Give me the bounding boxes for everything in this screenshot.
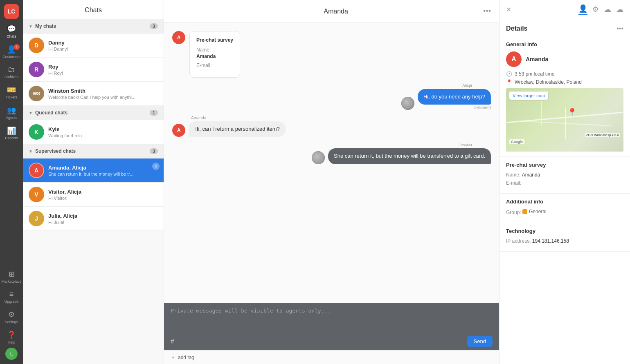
panel-tabs: 👤 ⚙ ☁ ☁: [578, 4, 623, 15]
location-text: Wroclaw, Dolnoslaskie, Poland: [515, 79, 582, 85]
add-tag-row[interactable]: ＋ add tag: [164, 350, 499, 364]
send-button[interactable]: Send: [467, 336, 493, 347]
nav-item-chats[interactable]: 💬 Chats: [0, 21, 23, 42]
nav-item-agents[interactable]: 👥 Agents: [0, 103, 23, 123]
input-row: # Send: [171, 336, 493, 347]
agent-avatar-alicja: [401, 97, 414, 110]
user-avatar[interactable]: L: [5, 348, 18, 360]
supervised-chats-section-header[interactable]: ▼ Supervised chats 3: [23, 144, 164, 159]
chat-item-danny[interactable]: D Danny Hi Danny!: [23, 33, 164, 58]
details-more-button[interactable]: •••: [616, 25, 623, 32]
chat-info-amanda: Amanda, Alicja She can return it, but th…: [48, 165, 158, 176]
survey-email-label: E-mail:: [506, 180, 521, 186]
chat-input-container: # Send ＋ add tag: [164, 303, 499, 364]
my-chats-chevron: ▼: [29, 24, 33, 29]
ip-row: IP address: 194.181.146.158: [506, 238, 623, 244]
close-chat-button[interactable]: ✕: [152, 163, 160, 170]
right-panel-header: ✕ 👤 ⚙ ☁ ☁: [500, 0, 630, 19]
clock-icon: 🕐: [506, 71, 512, 77]
general-info-row: A Amanda: [506, 51, 623, 67]
panel-tab-salesforce[interactable]: ☁: [616, 5, 623, 14]
prechat-survey-section-title: Pre-chat survey: [506, 162, 623, 168]
group-value: General: [529, 209, 547, 214]
view-larger-map-button[interactable]: View larger map: [509, 92, 548, 100]
sender-label-alicja: Alicja: [172, 83, 472, 88]
supervised-chats-chevron: ▼: [29, 149, 33, 154]
delivered-label: Delivered: [418, 105, 491, 110]
chat-name-roy: Roy: [48, 64, 158, 70]
chat-item-kyle[interactable]: K Kyle Waiting for 4 min: [23, 120, 164, 144]
chat-list-header: Chats: [23, 0, 164, 19]
prechat-name-label: Name:: [196, 47, 233, 53]
my-chats-section-header[interactable]: ▼ My chats 3: [23, 19, 164, 33]
prechat-survey-message: A Pre-chat survey Name: Amanda E-mail:: [172, 31, 491, 78]
chat-item-roy[interactable]: R Roy Hi Roy!: [23, 58, 164, 82]
prechat-title: Pre-chat survey: [196, 37, 233, 43]
survey-name-label: Name:: [506, 172, 520, 178]
chat-name-danny: Danny: [48, 40, 158, 46]
panel-close-button[interactable]: ✕: [506, 6, 511, 13]
map-background: ZOO Wroclaw sp.z o.o 📍 Google View large…: [506, 88, 623, 152]
avatar-kyle: K: [29, 124, 44, 140]
add-tag-label: add tag: [178, 355, 194, 360]
customers-badge: 1: [14, 44, 20, 50]
archives-icon: 🗂: [8, 65, 15, 74]
nav-item-tickets[interactable]: 🎫 Tickets: [0, 82, 23, 103]
avatar-visitor-alicja: V: [29, 187, 44, 202]
nav-item-upgrade[interactable]: ≡ Upgrade: [0, 287, 23, 307]
prechat-name-field: Name: Amanda: [196, 47, 233, 59]
message-amanda: Amanda A Hi, can I return a personalized…: [172, 116, 491, 137]
supervised-chats-label: Supervised chats: [35, 148, 76, 154]
chat-info-roy: Roy Hi Roy!: [48, 64, 158, 76]
prechat-name-value: Amanda: [196, 54, 233, 59]
chat-name-winston: Winston Smith: [48, 88, 158, 94]
sender-label-jessica: Jessica: [172, 143, 472, 147]
chat-item-visitor-alicja[interactable]: V Visitor, Alicja Hi Visitor!: [23, 183, 164, 207]
nav-item-marketplace[interactable]: ⊞ Marketplace: [0, 266, 23, 287]
nav-item-settings[interactable]: ⚙ Settings: [0, 307, 23, 327]
prechat-survey-bubble: Pre-chat survey Name: Amanda E-mail:: [189, 31, 240, 78]
chat-preview-visitor-alicja: Hi Visitor!: [48, 196, 158, 201]
chat-info-danny: Danny Hi Danny!: [48, 40, 158, 51]
chat-more-button[interactable]: •••: [483, 7, 491, 16]
queued-chats-section-header[interactable]: ▼ Queued chats 1: [23, 106, 164, 120]
survey-name-value: Amanda: [522, 172, 540, 178]
panel-tab-widget[interactable]: ⚙: [592, 5, 599, 14]
bubble-amanda: Hi, can I return a personalized item?: [189, 121, 286, 137]
panel-customer-avatar: A: [506, 51, 522, 67]
messages-area: A Pre-chat survey Name: Amanda E-mail: A…: [164, 23, 499, 303]
main-chat-window: Amanda ••• A Pre-chat survey Name: Amand…: [164, 0, 499, 364]
chat-header-title: Amanda: [324, 8, 348, 15]
nav-item-customers[interactable]: 👤 Customers 1: [0, 42, 23, 62]
chat-item-julia-alicja[interactable]: J Julia, Alicja Hi Julia!: [23, 207, 164, 231]
marketplace-icon: ⊞: [9, 270, 15, 279]
chat-item-winston[interactable]: WS Winston Smith Welcome back! Can I hel…: [23, 82, 164, 106]
group-label: Group:: [506, 210, 521, 215]
panel-tab-cloud[interactable]: ☁: [604, 5, 611, 14]
chat-item-amanda-alicja[interactable]: A Amanda, Alicja She can return it, but …: [23, 159, 164, 183]
upgrade-icon: ≡: [9, 290, 14, 299]
message-input[interactable]: [171, 308, 493, 332]
chat-preview-julia-alicja: Hi Julia!: [48, 220, 158, 225]
queued-chats-chevron: ▼: [29, 111, 33, 115]
group-dot: [522, 209, 527, 214]
chat-info-kyle: Kyle Waiting for 4 min: [48, 126, 158, 138]
avatar-roy: R: [29, 62, 44, 77]
location-icon: 📍: [506, 79, 512, 85]
panel-customer-name: Amanda: [526, 56, 548, 63]
reports-icon: 📊: [7, 126, 16, 135]
nav-item-archives[interactable]: 🗂 Archives: [0, 62, 23, 82]
supervised-chats-count: 3: [150, 148, 158, 154]
technology-title: Technology: [506, 228, 623, 234]
nav-item-help[interactable]: ❓ Help: [0, 327, 23, 348]
panel-tab-person[interactable]: 👤: [578, 4, 587, 15]
chat-name-amanda-alicja: Amanda, Alicja: [48, 165, 158, 171]
chat-preview-kyle: Waiting for 4 min: [48, 133, 158, 138]
agent-avatar-jessica: [312, 151, 325, 164]
chat-preview-winston: Welcome back! Can I help you with anythi…: [48, 95, 158, 100]
sender-label-amanda: Amanda: [191, 116, 491, 120]
map-container: ZOO Wroclaw sp.z o.o 📍 Google View large…: [506, 88, 623, 152]
nav-item-reports[interactable]: 📊 Reports: [0, 123, 23, 143]
hash-button[interactable]: #: [171, 338, 174, 345]
queued-chats-label: Queued chats: [35, 110, 68, 116]
